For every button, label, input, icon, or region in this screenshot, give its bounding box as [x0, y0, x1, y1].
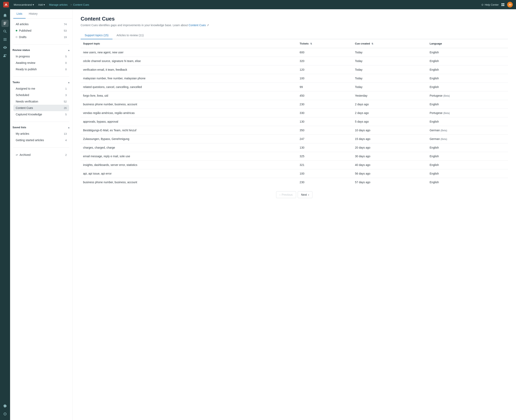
support-topics-table: Support topic Tickets ⇅ Cue created ⇅ La… [81, 39, 508, 187]
drafts-circle [16, 36, 17, 38]
tab-articles-to-review[interactable]: Articles to review (11) [112, 32, 148, 39]
table-row[interactable]: verification email, it team, feedback 12… [81, 65, 508, 74]
table-row[interactable]: related questions, cancel, cancelling, c… [81, 83, 508, 91]
cell-tickets: 450 [297, 91, 353, 100]
table-row[interactable]: Bestätigungs-E-Mail, es Team, nicht hinz… [81, 126, 508, 135]
cell-language: English [427, 117, 508, 126]
sidebar-item-in-progress[interactable]: In progress 5 [13, 53, 69, 60]
svg-rect-3 [501, 5, 503, 6]
table-row[interactable]: insights, dashboards, server error, stat… [81, 161, 508, 169]
table-row[interactable]: vendas região américas, região américas … [81, 109, 508, 117]
tab-lists[interactable]: Lists [13, 9, 26, 19]
cell-cue-created: 10 days ago [353, 126, 427, 135]
cell-language: English [427, 57, 508, 65]
cell-cue-created: Today [353, 74, 427, 83]
table-row[interactable]: approvals, bypass, approval 130 5 days a… [81, 117, 508, 126]
sidebar-item-awaiting-review[interactable]: Awaiting review 0 [13, 60, 69, 66]
brand-menu[interactable]: Monocambrand ▾ [12, 2, 36, 7]
sidebar-item-drafts[interactable]: Drafts 19 [13, 34, 69, 40]
svg-point-15 [5, 54, 7, 55]
tab-history[interactable]: History [26, 9, 41, 19]
table-row[interactable]: new users, new agent, new user 600 Today… [81, 48, 508, 57]
sidebar-item-archived[interactable]: ⇌ Archived 2 [13, 152, 69, 158]
cell-tickets: 120 [297, 65, 353, 74]
list-icon[interactable] [1, 36, 9, 43]
sidebar-tabs: Lists History [10, 9, 72, 19]
add-menu[interactable]: Add ▾ [37, 2, 46, 7]
col-topic: Support topic [81, 39, 297, 48]
svg-point-0 [6, 5, 7, 6]
saved-lists-header: Saved lists ▲ [10, 123, 72, 130]
cell-language: English [427, 48, 508, 57]
table-row[interactable]: business phone number, business, account… [81, 100, 508, 109]
sidebar-item-scheduled[interactable]: Scheduled 3 [13, 92, 69, 98]
sidebar-item-published[interactable]: Published 53 [13, 27, 69, 34]
settings-icon[interactable] [1, 402, 9, 410]
cell-cue-created: 40 days ago [353, 161, 427, 169]
help-center-link[interactable]: ⊙ Help Center [481, 3, 499, 6]
table-header-row: Support topic Tickets ⇅ Cue created ⇅ La… [81, 39, 508, 48]
divider-1 [13, 44, 69, 45]
table-row[interactable]: api, api issue, api error 100 56 days ag… [81, 169, 508, 178]
main-layout: Lists History All articles 74 Published … [0, 9, 516, 420]
table-row[interactable]: Zulassungen, Bypass, Genehmigung 247 15 … [81, 135, 508, 143]
user-avatar[interactable]: JD [507, 2, 513, 8]
cell-topic: business phone number, business, account [81, 100, 297, 109]
home-icon[interactable] [1, 12, 9, 19]
col-cue-created[interactable]: Cue created ⇅ [353, 39, 427, 48]
cell-language: English [427, 169, 508, 178]
review-status-toggle[interactable]: ▲ [68, 49, 70, 51]
sidebar-item-captured-knowledge[interactable]: Captured Knowledge 5 [13, 111, 69, 118]
search-icon[interactable] [1, 28, 9, 35]
cell-topic: related questions, cancel, cancelling, c… [81, 83, 297, 91]
cell-topic: malaysian number, free number, malaysian… [81, 74, 297, 83]
sidebar-item-getting-started[interactable]: Getting started articles 4 [13, 137, 69, 143]
manage-articles-link[interactable]: Manage articles [47, 2, 69, 7]
sidebar-item-ready-to-publish[interactable]: Ready to publish 0 [13, 66, 69, 73]
tasks-section: Tasks ▲ Assigned to me 1 Scheduled 3 Nee… [10, 78, 72, 120]
table-row[interactable]: email message, reply e mail, sole use 32… [81, 152, 508, 161]
cell-topic: Bestätigungs-E-Mail, es Team, nicht hinz… [81, 126, 297, 135]
table-row[interactable]: business phone number, business, account… [81, 178, 508, 187]
zendesk-icon[interactable] [1, 410, 9, 418]
articles-icon[interactable] [1, 20, 9, 27]
sidebar-item-assigned-to-me[interactable]: Assigned to me 1 [13, 85, 69, 92]
prev-chevron-icon: ‹ [280, 193, 281, 196]
cell-tickets: 247 [297, 135, 353, 143]
cell-language: German (Beta) [427, 135, 508, 143]
svg-point-9 [4, 30, 6, 32]
table-row[interactable]: forgo livre, livea, uid 450 Yesterday Po… [81, 91, 508, 100]
app-logo[interactable] [3, 2, 9, 8]
team-icon[interactable] [1, 52, 9, 59]
cell-tickets: 325 [297, 152, 353, 161]
topnav: Monocambrand ▾ Add ▾ Manage articles > C… [0, 0, 516, 9]
sidebar-item-my-articles[interactable]: My articles 13 [13, 130, 69, 137]
tasks-toggle[interactable]: ▲ [68, 81, 70, 83]
page-subtitle: Content Cues identifies gaps and improve… [81, 23, 508, 27]
prev-button[interactable]: ‹ Previous [276, 191, 296, 198]
grid-icon[interactable] [501, 3, 505, 7]
table-row[interactable]: cécile channel source, signature hi team… [81, 57, 508, 65]
content-cues-link[interactable]: Content Cues [188, 23, 206, 27]
col-tickets[interactable]: Tickets ⇅ [297, 39, 353, 48]
tickets-sort-icon: ⇅ [310, 43, 312, 45]
table-row[interactable]: malaysian number, free number, malaysian… [81, 74, 508, 83]
eye-icon[interactable] [1, 44, 9, 51]
table-row[interactable]: charges, charged, charge 130 20 days ago… [81, 143, 508, 152]
cell-tickets: 100 [297, 74, 353, 83]
cell-tickets: 320 [297, 57, 353, 65]
cell-cue-created: Yesterday [353, 91, 427, 100]
saved-lists-items: My articles 13 Getting started articles … [10, 130, 72, 146]
sidebar-item-needs-verification[interactable]: Needs verification 52 [13, 98, 69, 105]
topnav-right: ⊙ Help Center JD [481, 2, 513, 8]
saved-lists-toggle[interactable]: ▲ [68, 126, 70, 129]
sidebar-item-all-articles[interactable]: All articles 74 [13, 21, 69, 27]
tab-support-topics[interactable]: Support topics (15) [81, 32, 112, 39]
sidebar-item-content-cues[interactable]: Content Cues 26 [13, 105, 69, 111]
beta-label: (Beta) [441, 138, 447, 141]
next-button[interactable]: Next › [298, 191, 312, 198]
tasks-items: Assigned to me 1 Scheduled 3 Needs verif… [10, 85, 72, 120]
cell-cue-created: 57 days ago [353, 178, 427, 187]
saved-lists-section: Saved lists ▲ My articles 13 Getting sta… [10, 123, 72, 146]
divider-4 [13, 147, 69, 148]
